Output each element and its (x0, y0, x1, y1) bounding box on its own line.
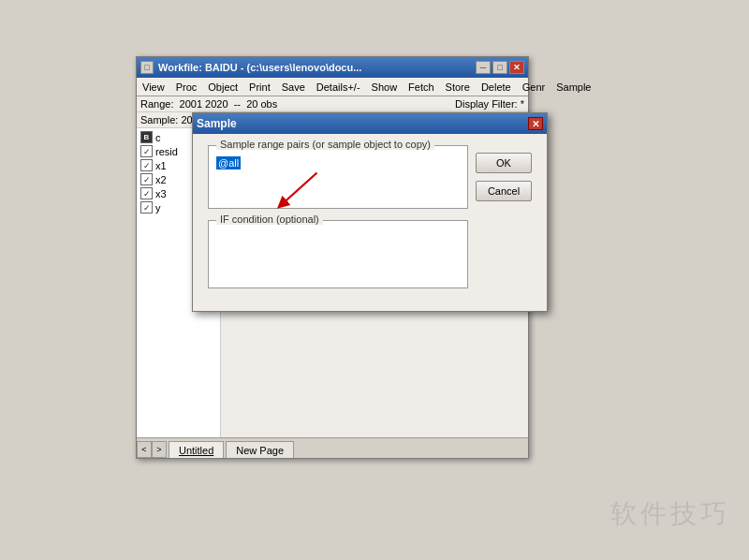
maximize-button[interactable]: □ (492, 61, 507, 74)
menu-store[interactable]: Store (440, 79, 476, 96)
sample-range-label: Sample range pairs (or sample object to … (216, 139, 434, 150)
dialog-close-button[interactable]: ✕ (528, 117, 543, 130)
item-label-x2: x2 (155, 174, 167, 185)
tab-untitled[interactable]: Untitled (169, 441, 224, 458)
tab-next-button[interactable]: > (152, 441, 167, 458)
cancel-button[interactable]: Cancel (476, 181, 532, 201)
item-label-x1: x1 (155, 160, 167, 171)
menu-delete[interactable]: Delete (476, 79, 517, 96)
close-button[interactable]: ✕ (509, 61, 524, 74)
range-info: Range: 2001 2020 -- 20 obs (140, 98, 277, 110)
tab-prev-button[interactable]: < (137, 441, 152, 458)
minimize-button[interactable]: ─ (476, 61, 491, 74)
menu-fetch[interactable]: Fetch (403, 79, 440, 96)
dialog-title: Sample (197, 117, 237, 130)
checkbox-x1[interactable] (140, 159, 153, 171)
menu-sample[interactable]: Sample (551, 79, 596, 96)
workfile-titlebar: □ Workfile: BAIDU - (c:\users\lenovo\doc… (137, 57, 528, 78)
tab-new-page[interactable]: New Page (226, 441, 294, 458)
menu-genr[interactable]: Genr (517, 79, 551, 96)
if-condition-input[interactable] (216, 228, 460, 275)
display-filter: Display Filter: * (455, 98, 524, 110)
menu-proc[interactable]: Proc (170, 79, 203, 96)
item-label-y: y (155, 202, 161, 214)
if-condition-label: IF condition (optional) (216, 214, 323, 225)
menubar: View Proc Object Print Save Details+/- S… (137, 78, 528, 96)
tabbar: < > Untitled New Page (137, 437, 528, 458)
menu-show[interactable]: Show (366, 79, 404, 96)
item-label-x3: x3 (155, 188, 167, 199)
item-label-c: c (155, 132, 161, 143)
sample-range-value[interactable]: @all (216, 156, 241, 169)
titlebar-buttons: ─ □ ✕ (476, 61, 524, 74)
menu-details[interactable]: Details+/- (311, 79, 366, 96)
menu-print[interactable]: Print (243, 79, 276, 96)
checkbox-y[interactable] (140, 201, 153, 214)
workfile-title: Workfile: BAIDU - (c:\users\lenovo\docu.… (158, 62, 476, 73)
if-condition-group: IF condition (optional) (208, 220, 468, 288)
sample-dialog: Sample ✕ Sample range pairs (or sample o… (192, 112, 548, 312)
infobar: Range: 2001 2020 -- 20 obs Display Filte… (137, 96, 528, 112)
item-label-resid: resid (155, 146, 178, 157)
ok-button[interactable]: OK (476, 153, 532, 173)
checkbox-x2[interactable] (140, 173, 153, 185)
menu-view[interactable]: View (137, 79, 170, 96)
checkbox-c[interactable]: B (140, 131, 153, 143)
watermark: 软件技巧 (610, 496, 730, 532)
window-icon: □ (140, 61, 154, 74)
desktop: □ Workfile: BAIDU - (c:\users\lenovo\doc… (0, 0, 749, 560)
dialog-body: Sample range pairs (or sample object to … (193, 134, 547, 311)
menu-object[interactable]: Object (202, 79, 243, 96)
dialog-titlebar: Sample ✕ (193, 113, 547, 134)
sample-range-group: Sample range pairs (or sample object to … (208, 145, 468, 209)
checkbox-resid[interactable] (140, 145, 153, 157)
menu-save[interactable]: Save (276, 79, 311, 96)
checkbox-x3[interactable] (140, 187, 153, 199)
